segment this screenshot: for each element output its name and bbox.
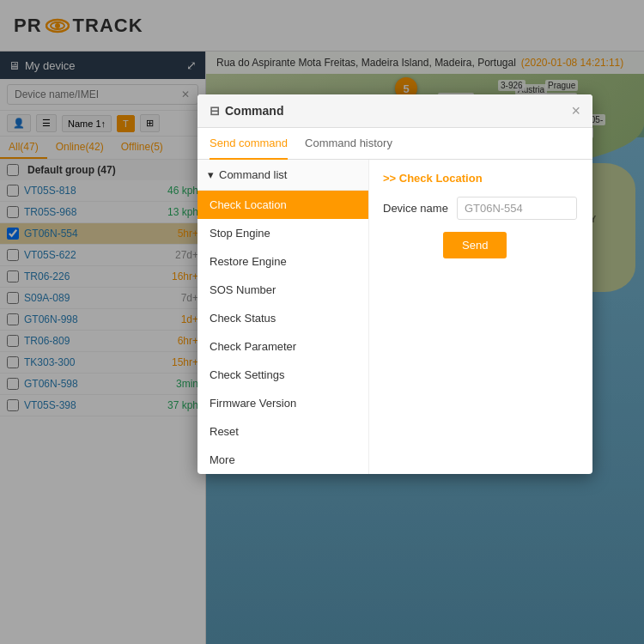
command-item[interactable]: Check Status: [197, 304, 368, 332]
tab-command-history[interactable]: Command history: [305, 128, 392, 160]
command-item[interactable]: Restore Engine: [197, 247, 368, 276]
cmd-list-arrow: ▾: [208, 168, 214, 181]
tab-send-command[interactable]: Send command: [210, 128, 288, 160]
command-item[interactable]: Stop Engine: [197, 219, 368, 247]
command-item[interactable]: SOS Number: [197, 276, 368, 304]
cmd-device-row: Device name: [383, 197, 579, 220]
command-list-header: ▾ Command list: [197, 160, 368, 191]
modal-title: ⊟ Command: [210, 104, 283, 118]
device-name-label: Device name: [383, 202, 448, 215]
cmd-list-title: Command list: [219, 168, 287, 181]
modal-body: ▾ Command list Check LocationStop Engine…: [197, 160, 592, 474]
modal-header: ⊟ Command ×: [197, 94, 592, 128]
command-item[interactable]: More: [197, 446, 368, 474]
send-button[interactable]: Send: [443, 232, 507, 258]
command-modal: ⊟ Command × Send command Command history…: [197, 94, 592, 474]
command-list-panel: ▾ Command list Check LocationStop Engine…: [197, 160, 369, 474]
modal-tabs: Send command Command history: [197, 128, 592, 160]
cmd-right-header: >> Check Location: [383, 172, 579, 185]
modal-title-text: Command: [225, 104, 283, 118]
command-item[interactable]: Check Location: [197, 191, 368, 219]
device-name-input[interactable]: [457, 197, 577, 220]
close-icon[interactable]: ×: [571, 103, 580, 118]
modal-icon: ⊟: [210, 104, 220, 118]
command-item[interactable]: Check Parameter: [197, 332, 368, 361]
command-item[interactable]: Firmware Version: [197, 389, 368, 417]
command-item[interactable]: Check Settings: [197, 361, 368, 389]
command-items: Check LocationStop EngineRestore EngineS…: [197, 191, 368, 474]
command-item[interactable]: Reset: [197, 417, 368, 446]
command-right-panel: >> Check Location Device name Send: [369, 160, 592, 474]
